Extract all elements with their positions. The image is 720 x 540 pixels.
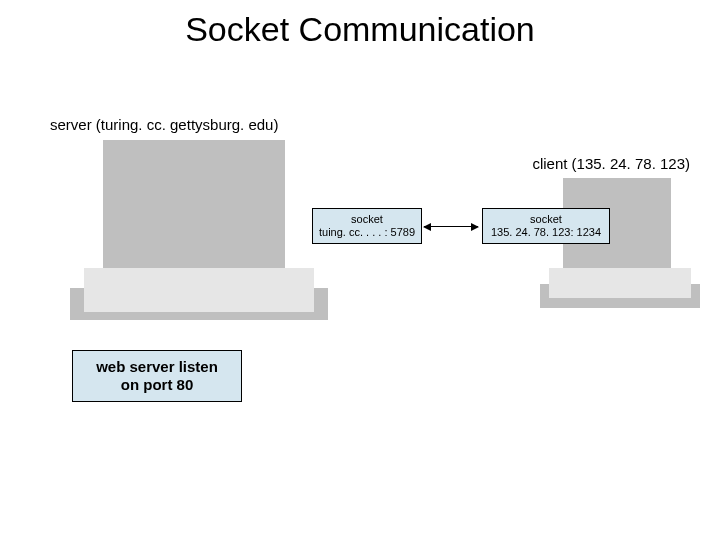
- web-server-box: web server listen on port 80: [72, 350, 242, 402]
- client-socket-box: socket 135. 24. 78. 123: 1234: [482, 208, 610, 244]
- web-server-line1: web server listen: [73, 358, 241, 376]
- web-server-line2: on port 80: [73, 376, 241, 394]
- server-socket-line1: socket: [313, 213, 421, 226]
- server-socket-line2: tuing. cc. . . . : 5789: [313, 226, 421, 239]
- page-title: Socket Communication: [0, 10, 720, 49]
- server-socket-box: socket tuing. cc. . . . : 5789: [312, 208, 422, 244]
- client-label: client (135. 24. 78. 123): [532, 155, 690, 172]
- client-keyboard: [549, 268, 691, 298]
- server-screen: [103, 140, 285, 268]
- client-socket-line2: 135. 24. 78. 123: 1234: [483, 226, 609, 239]
- server-keyboard: [84, 268, 314, 312]
- server-label: server (turing. cc. gettysburg. edu): [50, 116, 278, 133]
- connection-arrow: [424, 226, 478, 227]
- client-socket-line1: socket: [483, 213, 609, 226]
